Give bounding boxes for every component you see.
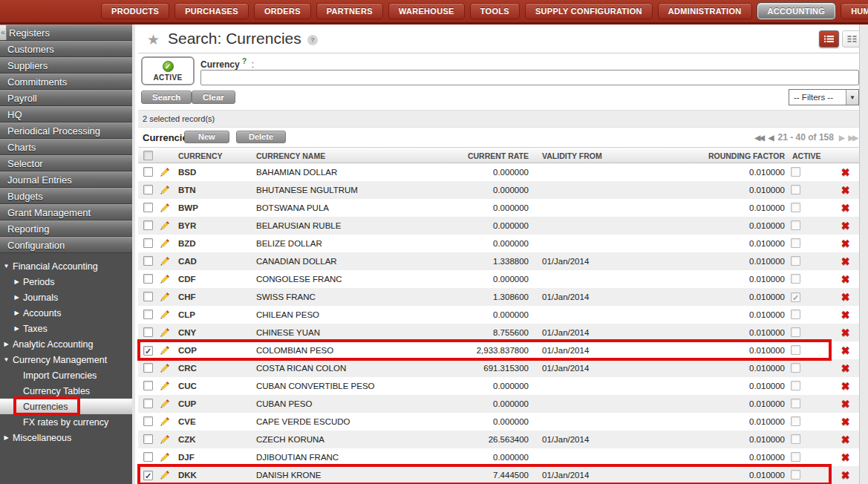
table-row-btn[interactable]: BTNBHUTANESE NGULTRUM0.0000000.010000✖ bbox=[138, 181, 859, 199]
row-checkbox[interactable] bbox=[143, 220, 153, 230]
edit-pencil-icon[interactable] bbox=[160, 327, 170, 338]
edit-pencil-icon[interactable] bbox=[160, 399, 170, 409]
edit-pencil-icon[interactable] bbox=[160, 220, 170, 231]
table-row-cny[interactable]: CNYCHINESE YUAN8.75560001/Jan/20140.0100… bbox=[138, 324, 859, 341]
row-checkbox[interactable]: ✓ bbox=[143, 471, 153, 480]
sidebar-item-budgets[interactable]: Budgets bbox=[0, 188, 132, 204]
row-checkbox[interactable] bbox=[143, 256, 153, 266]
table-row-djf[interactable]: DJFDJIBOUTIAN FRANC0.0000000.010000✖ bbox=[138, 448, 859, 466]
edit-pencil-icon[interactable] bbox=[160, 452, 170, 462]
active-checkbox[interactable] bbox=[791, 256, 800, 266]
table-row-bsd[interactable]: BSDBAHAMIAN DOLLAR0.0000000.010000✖ bbox=[138, 163, 859, 181]
tree-collapsed-icon[interactable]: ▶ bbox=[13, 278, 21, 285]
nav-tab-purchases[interactable]: PURCHASES bbox=[174, 3, 249, 19]
select-all-checkbox[interactable] bbox=[143, 151, 153, 160]
sidebar-item-selector[interactable]: Selector bbox=[0, 155, 132, 171]
nav-tab-products[interactable]: PRODUCTS bbox=[101, 3, 169, 19]
edit-pencil-icon[interactable] bbox=[160, 310, 170, 320]
nav-tab-partners[interactable]: PARTNERS bbox=[316, 3, 383, 19]
row-checkbox[interactable] bbox=[143, 381, 153, 390]
sidebar-item-payroll[interactable]: Payroll bbox=[0, 90, 132, 106]
active-checkbox[interactable] bbox=[791, 238, 800, 248]
active-checkbox[interactable] bbox=[791, 381, 800, 390]
tree-item-currency-tables[interactable]: Currency Tables bbox=[0, 383, 132, 399]
active-checkbox[interactable] bbox=[791, 185, 800, 194]
active-checkbox[interactable] bbox=[791, 434, 800, 444]
tree-collapsed-icon[interactable]: ▶ bbox=[13, 310, 21, 316]
edit-pencil-icon[interactable] bbox=[160, 381, 170, 391]
tree-item-fx-rates-by-currency[interactable]: FX rates by currency bbox=[0, 414, 132, 430]
currency-input[interactable] bbox=[200, 70, 859, 85]
tree-item-accounts[interactable]: ▶Accounts bbox=[0, 305, 132, 321]
tree-item-periods[interactable]: ▶Periods bbox=[0, 274, 132, 290]
sidebar-item-commitments[interactable]: Commitments bbox=[0, 73, 132, 90]
tree-expanded-icon[interactable]: ▼ bbox=[2, 356, 10, 363]
prev-page-icon[interactable]: ◀ bbox=[769, 134, 773, 142]
tree-item-import-currencies[interactable]: Import Currencies bbox=[0, 367, 132, 383]
nav-tab-human-resources[interactable]: HUMAN RESOURCES bbox=[841, 3, 868, 19]
table-row-cup[interactable]: CUPCUBAN PESO0.0000000.010000✖ bbox=[138, 395, 859, 413]
edit-pencil-icon[interactable] bbox=[160, 256, 170, 266]
delete-row-icon[interactable]: ✖ bbox=[841, 238, 850, 249]
edit-pencil-icon[interactable] bbox=[160, 345, 170, 356]
table-row-bwp[interactable]: BWPBOTSWANA PULA0.0000000.010000✖ bbox=[138, 199, 859, 217]
sidebar-item-customers[interactable]: Customers bbox=[0, 41, 132, 57]
delete-row-icon[interactable]: ✖ bbox=[841, 469, 850, 481]
active-checkbox[interactable] bbox=[791, 310, 800, 319]
active-checkbox[interactable] bbox=[791, 399, 800, 408]
favorite-star-icon[interactable]: ★ bbox=[147, 31, 160, 48]
row-checkbox[interactable] bbox=[143, 434, 153, 444]
delete-row-icon[interactable]: ✖ bbox=[841, 362, 850, 374]
delete-row-icon[interactable]: ✖ bbox=[841, 309, 850, 321]
tree-collapsed-icon[interactable]: ▶ bbox=[2, 341, 10, 347]
table-row-cuc[interactable]: CUCCUBAN CONVERTIBLE PESO0.0000000.01000… bbox=[138, 377, 859, 395]
delete-row-icon[interactable]: ✖ bbox=[841, 255, 850, 267]
sidebar-item-suppliers[interactable]: Suppliers bbox=[0, 57, 132, 73]
nav-tab-warehouse[interactable]: WAREHOUSE bbox=[388, 3, 465, 19]
delete-row-icon[interactable]: ✖ bbox=[841, 344, 850, 356]
row-checkbox[interactable] bbox=[143, 310, 153, 319]
active-checkbox[interactable] bbox=[791, 345, 800, 355]
tree-collapsed-icon[interactable]: ▶ bbox=[13, 325, 21, 332]
active-checkbox[interactable] bbox=[791, 167, 800, 177]
edit-pencil-icon[interactable] bbox=[160, 416, 170, 427]
row-checkbox[interactable] bbox=[143, 327, 153, 337]
delete-row-icon[interactable]: ✖ bbox=[841, 327, 850, 339]
tree-item-financial-accounting[interactable]: ▼Financial Accounting bbox=[0, 258, 132, 274]
edit-pencil-icon[interactable] bbox=[160, 274, 170, 284]
nav-tab-tools[interactable]: TOOLS bbox=[470, 3, 520, 19]
active-checkbox[interactable] bbox=[791, 203, 800, 212]
sidebar-collapse-icon[interactable]: « bbox=[0, 25, 7, 40]
search-button[interactable]: Search bbox=[141, 91, 192, 104]
delete-button[interactable]: Delete bbox=[236, 131, 286, 143]
sidebar-item-charts[interactable]: Charts bbox=[0, 139, 132, 155]
tree-item-currencies[interactable]: Currencies bbox=[0, 399, 132, 414]
row-checkbox[interactable] bbox=[143, 274, 153, 284]
table-row-cad[interactable]: CADCANADIAN DOLLAR1.33880001/Jan/20140.0… bbox=[138, 252, 859, 270]
clear-button[interactable]: Clear bbox=[192, 91, 235, 104]
edit-pencil-icon[interactable] bbox=[160, 238, 170, 249]
sidebar-item-reporting[interactable]: Reporting bbox=[0, 220, 132, 237]
active-checkbox[interactable] bbox=[791, 452, 800, 462]
tree-expanded-icon[interactable]: ▼ bbox=[2, 263, 10, 269]
row-checkbox[interactable] bbox=[143, 416, 153, 426]
row-checkbox[interactable] bbox=[143, 238, 153, 248]
active-checkbox[interactable]: ✓ bbox=[791, 292, 800, 302]
delete-row-icon[interactable]: ✖ bbox=[841, 451, 850, 463]
table-row-czk[interactable]: CZKCZECH KORUNA26.56340001/Jan/20140.010… bbox=[138, 431, 859, 448]
row-checkbox[interactable] bbox=[143, 452, 153, 462]
active-checkbox[interactable] bbox=[791, 327, 800, 337]
row-checkbox[interactable] bbox=[143, 167, 153, 177]
delete-row-icon[interactable]: ✖ bbox=[841, 166, 850, 178]
table-row-byr[interactable]: BYRBELARUSIAN RUBLE0.0000000.010000✖ bbox=[138, 217, 859, 235]
active-checkbox[interactable] bbox=[791, 220, 800, 230]
tree-item-journals[interactable]: ▶Journals bbox=[0, 290, 132, 305]
table-row-cve[interactable]: CVECAPE VERDE ESCUDO0.0000000.010000✖ bbox=[138, 413, 859, 431]
active-checkbox[interactable] bbox=[791, 470, 800, 480]
edit-pencil-icon[interactable] bbox=[160, 434, 170, 445]
sidebar-item-configuration[interactable]: Configuration bbox=[0, 237, 132, 253]
delete-row-icon[interactable]: ✖ bbox=[841, 291, 850, 303]
row-checkbox[interactable] bbox=[143, 203, 153, 212]
edit-pencil-icon[interactable] bbox=[160, 203, 170, 213]
table-row-cdf[interactable]: CDFCONGOLESE FRANC0.0000000.010000✖ bbox=[138, 270, 859, 288]
